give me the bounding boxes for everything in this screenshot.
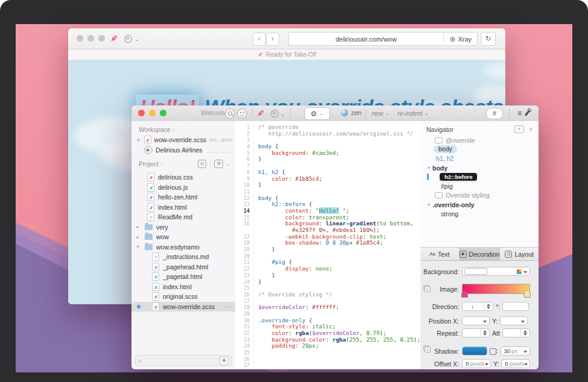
gradient-editor[interactable]	[462, 284, 530, 294]
offset-x-dropdown[interactable]: 0 pixels	[462, 359, 491, 368]
code-line[interactable]: 26/* Override styling */	[235, 292, 420, 298]
disclosure-icon[interactable]: ▾	[428, 202, 430, 207]
file-row[interactable]: zdelirious.js	[131, 183, 235, 193]
file-row[interactable]: ≡ReadMe.md	[131, 212, 235, 222]
background-color-control[interactable]	[462, 267, 530, 276]
file-row[interactable]: zindex.html	[131, 202, 235, 213]
file-row[interactable]: zhello-zen.html	[131, 192, 235, 202]
target-icon[interactable]	[271, 110, 279, 117]
gear-menu-button[interactable]: ⚙ ⌄	[305, 107, 330, 120]
disclosure-icon[interactable]: ▾	[428, 165, 430, 171]
navigator-item[interactable]: strong	[420, 209, 539, 218]
code-line[interactable]: 6}	[235, 156, 420, 163]
project-header[interactable]: Project › D ⚙ ⌄	[131, 155, 235, 169]
code-line[interactable]: 36	[235, 356, 420, 363]
file-row[interactable]: z_pagehead.html	[131, 262, 235, 272]
attachment-stepper[interactable]	[502, 328, 530, 337]
filter-icon[interactable]: Y	[529, 127, 533, 133]
repeat-stepper[interactable]	[462, 328, 490, 337]
file-row[interactable]: zdelirious.css	[131, 172, 235, 183]
file-row[interactable]: ≡_instructions.md	[131, 252, 235, 262]
xray-button[interactable]: ⊛ Xray	[443, 33, 477, 45]
code-line[interactable]: 10}	[235, 182, 420, 189]
navigator-item[interactable]: ▾body	[420, 163, 539, 172]
code-line[interactable]: 34 padding: 20px;	[235, 343, 420, 349]
back-button[interactable]: ‹	[253, 33, 266, 46]
file-row[interactable]: z_pagetail.html	[131, 272, 235, 282]
code-line[interactable]: 5 background: #cae3ed;	[235, 150, 420, 157]
wrench-icon[interactable]	[525, 110, 530, 116]
forward-button[interactable]: ›	[266, 33, 279, 46]
code-line[interactable]: 24}	[235, 279, 420, 286]
zoom-button[interactable]	[98, 35, 105, 42]
code-line[interactable]: 28$overrideColor: #ffffff;	[235, 304, 420, 311]
snippet-hash-button[interactable]: #	[486, 108, 503, 119]
navigator-item[interactable]: Override styling	[420, 191, 539, 200]
chevron-down-icon[interactable]: ⌄	[226, 161, 230, 167]
workspace-header[interactable]: Workspace ›	[131, 121, 235, 134]
code-line[interactable]: 19 }	[235, 246, 420, 253]
navigator-item[interactable]: #pig	[420, 181, 539, 190]
reindent-action[interactable]: re-indent ⌄	[397, 110, 429, 117]
navigator-item[interactable]: body	[420, 145, 539, 154]
tab-text[interactable]: AaText	[420, 248, 460, 260]
tab-decoration[interactable]: ✱Decoration	[460, 248, 501, 260]
account-icon[interactable]	[237, 108, 247, 119]
zen-action[interactable]: zen	[341, 109, 362, 116]
layer-stack-icon[interactable]: 1	[423, 285, 431, 292]
blur-dropdown[interactable]: 30 px	[501, 346, 531, 355]
code-line[interactable]: 23 }	[235, 272, 420, 279]
offset-y-dropdown[interactable]: 0 pixels	[501, 359, 530, 368]
file-row[interactable]: zindex.html	[131, 282, 235, 292]
project-settings-icon[interactable]: ⚙	[214, 160, 223, 168]
tab-layout[interactable]: ◳Layout	[500, 248, 539, 260]
chevron-down-icon[interactable]: ⌄	[280, 111, 285, 117]
url-text[interactable]: deliriousair.com/wow	[289, 36, 443, 43]
minimize-button[interactable]	[149, 110, 156, 116]
navigator-item[interactable]: ▾.override-only	[420, 200, 539, 209]
layer-stack-icon[interactable]: 1	[423, 345, 431, 352]
close-button[interactable]	[77, 35, 83, 42]
rocket-icon[interactable]	[110, 34, 118, 42]
file-row[interactable]: ▸very	[131, 222, 235, 233]
favorites-button[interactable]: ✱	[220, 357, 229, 365]
gradient-stop-left[interactable]	[461, 290, 468, 298]
position-y-dropdown[interactable]	[500, 316, 528, 325]
minimize-button[interactable]	[87, 35, 94, 42]
navigator-item[interactable]: h2::before	[420, 172, 539, 181]
code-line[interactable]: 9 color: #1b85c4;	[235, 176, 420, 183]
position-x-dropdown[interactable]	[462, 316, 490, 325]
file-row[interactable]: zwow-override.scss⋯	[131, 302, 235, 312]
new-action[interactable]: new ⌄	[371, 110, 390, 117]
code-line[interactable]: 37	[235, 362, 420, 369]
gradient-stop-right[interactable]	[524, 290, 531, 298]
more-icon[interactable]: ⋯	[226, 303, 232, 310]
navigator-item[interactable]: @override	[420, 136, 539, 145]
search-icon[interactable]	[225, 108, 235, 119]
shadow-color-swatch[interactable]	[462, 346, 487, 355]
url-field[interactable]: deliriousair.com/wow ⊛ Xray	[288, 32, 478, 46]
file-row[interactable]: ▾wow.esdynamo	[131, 242, 235, 252]
close-button[interactable]	[138, 110, 145, 116]
add-icon[interactable]: +	[514, 125, 524, 133]
disclosure-icon[interactable]: ▸	[135, 224, 141, 230]
dynamo-icon[interactable]: D	[198, 160, 206, 168]
filter-bar[interactable]: Y ✱	[135, 355, 232, 366]
file-row[interactable]: ▸wow	[131, 232, 235, 242]
code-editor[interactable]: 1/* @override2 http://deliriousair.com/w…	[235, 121, 420, 369]
target-icon[interactable]	[124, 35, 132, 43]
code-line[interactable]: 35	[235, 349, 420, 356]
code-line[interactable]: 2 http://deliriousair.com/wow/original.c…	[235, 131, 420, 137]
list-icon[interactable]: ≡	[517, 109, 522, 117]
degree-field[interactable]	[502, 302, 529, 311]
disclosure-icon[interactable]: ▸	[135, 234, 141, 240]
disclosure-icon[interactable]: ▾	[135, 244, 141, 249]
direction-stepper[interactable]: ↓	[462, 302, 493, 311]
workspace-item[interactable]: ∗zwow-override.scsswo...amo⋯	[131, 134, 235, 145]
chevron-down-icon[interactable]: ⌄	[134, 37, 139, 42]
workspace-item[interactable]: ▶Delirious Airlines	[131, 145, 235, 155]
zoom-button[interactable]	[160, 110, 166, 116]
navigator-item[interactable]: h1, h2	[420, 154, 539, 163]
reload-button[interactable]: ↻	[481, 32, 496, 46]
file-row[interactable]: zoriginal.scss	[131, 292, 235, 302]
